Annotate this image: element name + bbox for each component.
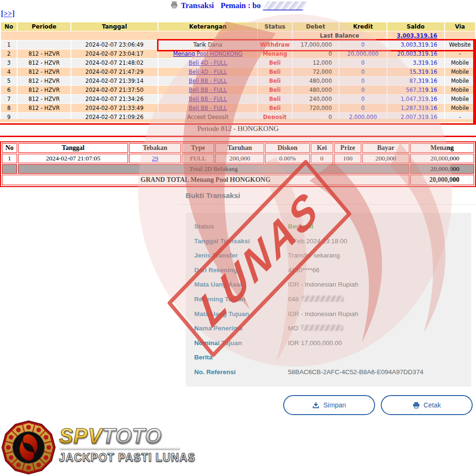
bets-grand-total-row: GRAND TOTAL Menang Pool HONGKONG 20,000,… <box>2 175 474 185</box>
keterangan-link[interactable]: Beli BB - FULL <box>189 105 227 111</box>
cell-via: Mobile <box>445 68 475 76</box>
print-button[interactable]: Cetak <box>381 395 473 415</box>
cell-periode: 812 - HZVR <box>18 77 70 85</box>
bcol-type: Type <box>182 143 214 153</box>
receipt-field-value: IDR 17,000,000.00 <box>288 339 342 347</box>
download-icon <box>312 402 319 409</box>
redacted-value <box>302 296 344 302</box>
receipt-field-row: Nama PenerimaMO <box>194 325 471 339</box>
receipt-field-row: Nominal TujuanIDR 17,000,000.00 <box>194 339 471 354</box>
cell-via: Mobile <box>445 95 475 103</box>
keterangan-link[interactable]: Menang Pool HONGKONG <box>173 50 243 57</box>
title-pemain: Pemain : bo <box>220 1 260 10</box>
cell-keterangan: Beli BB - FULL <box>159 77 257 85</box>
col-keterangan: Keterangan <box>159 22 257 31</box>
cell-tanggal: 2024-02-07 21:39:14 <box>71 77 158 85</box>
bets-total-row: Total 2D Belakang 20,000,000 <box>2 164 474 174</box>
redacted-username <box>263 1 307 10</box>
cell-periode: 812 - HZVR <box>18 104 70 112</box>
receipt-field-value: 58BAC6CB-2AFC-4C52-B8A6-E094A97DD374 <box>288 368 423 376</box>
cell-keterangan: Beli BB - FULL <box>159 95 257 103</box>
col-periode: Periode <box>18 22 70 31</box>
bet-cell-tanggal: 2024-02-07 21:07:05 <box>18 154 129 163</box>
page-title: Transaksi Pemain : bo <box>170 1 305 10</box>
cell-debet: 72,000 <box>293 68 339 76</box>
cell-no: 7 <box>1 95 17 103</box>
cell-saldo: 15,319.16 <box>387 68 444 76</box>
cell-tanggal: 2024-02-07 21:34:26 <box>71 95 158 103</box>
keterangan-link[interactable]: Beli 4D - FULL <box>188 60 227 66</box>
transaction-row: 5812 - HZVR2024-02-07 21:39:14Beli BB - … <box>1 77 475 85</box>
grand-total-label: GRAND TOTAL Menang Pool HONGKONG <box>2 175 409 185</box>
receipt-field-row: StatusBerhasil <box>194 223 471 238</box>
col-kredit: Kredit <box>339 22 387 31</box>
cell-periode: 812 - HZVR <box>18 86 70 94</box>
cell-status: Beli <box>258 59 291 67</box>
site-logo: SPVTOTO JACKPOT PASTI LUNAS <box>0 419 186 476</box>
cell-keterangan: Beli 4D - FULL <box>159 59 257 67</box>
cell-no: 1 <box>1 40 17 49</box>
transactions-header-row: No Periode Tanggal Keterangan Status Deb… <box>1 22 475 31</box>
cell-saldo: 1,047,319.16 <box>387 95 444 103</box>
cell-status: Beli <box>258 86 291 94</box>
brand-name: SPVTOTO <box>59 426 186 446</box>
cell-kredit: 0 <box>339 95 387 103</box>
col-debet: Debet <box>293 22 339 31</box>
bcol-diskon: Diskon <box>265 143 309 153</box>
receipt-field-label: Status <box>194 223 288 230</box>
bets-table-wrapper: No Tanggal Tebakan Type Taruhan Diskon K… <box>0 141 476 187</box>
bcol-prize: Prize <box>334 143 361 153</box>
transactions-table: No Periode Tanggal Keterangan Status Deb… <box>0 22 476 122</box>
receipt-title: Bukti Transaksi <box>186 191 240 200</box>
receipt-divider <box>178 204 476 205</box>
periode-caption: Periode 812 - HONGKONG <box>0 123 476 137</box>
keterangan-link[interactable]: Beli BB - FULL <box>189 96 227 102</box>
highlight-box <box>157 39 476 51</box>
bet-cell-tebakan: 29 <box>129 154 181 163</box>
receipt-field-value: IDR - Indonesian Rupiah <box>288 281 358 288</box>
receipt-fields: StatusBerhasilTanggal Transaksi7 Feb 202… <box>194 223 471 383</box>
tebakan-link[interactable]: 29 <box>152 155 159 162</box>
receipt-field-label: Nominal Tujuan <box>194 339 288 347</box>
bcol-taruhan: Taruhan <box>215 143 265 153</box>
page: [>>] Transaksi Pemain : bo No Periode Ta… <box>0 0 476 476</box>
cell-periode: 812 - HZVR <box>18 68 70 76</box>
receipt-panel: StatusBerhasilTanggal Transaksi7 Feb 202… <box>186 213 471 387</box>
receipt-field-value: IDR - Indonesian Rupiah <box>288 310 358 317</box>
keterangan-link[interactable]: Beli BB - FULL <box>189 87 227 93</box>
cell-via: Mobile <box>445 59 475 67</box>
pagination-next-link[interactable]: [>>] <box>1 10 15 18</box>
receipt-field-label: Berita <box>194 354 288 361</box>
receipt-field-label: No. Referensi <box>194 368 288 376</box>
cell-periode: 812 - HZVR <box>18 95 70 103</box>
transaction-row: 4812 - HZVR2024-02-07 21:47:29Beli 4D - … <box>1 68 475 76</box>
transaction-row: 6812 - HZVR2024-02-07 21:37:50Beli BB - … <box>1 86 475 94</box>
col-saldo: Saldo <box>387 22 444 31</box>
bcol-menang: Menang <box>410 143 474 153</box>
cell-kredit: 0 <box>339 77 387 85</box>
cell-periode: 812 - HZVR <box>18 50 70 58</box>
bet-cell-type: FULL <box>182 154 214 163</box>
highlight-strip <box>473 40 476 124</box>
bet-cell-prize: 100 <box>334 154 361 163</box>
bets-table-body: 12024-02-07 21:07:0529FULL200,0000.00%01… <box>2 154 474 185</box>
receipt-field-value: Transfer sekarang <box>288 252 340 259</box>
cell-debet: 12,000 <box>293 59 339 67</box>
cell-tanggal: 2024-02-07 21:37:50 <box>71 86 158 94</box>
table-footer-strip <box>0 119 476 122</box>
receipt-field-row: Rekening Tujuan048 <box>194 296 471 310</box>
brand-tagline: JACKPOT PASTI LUNAS <box>59 451 186 464</box>
bcol-bayar: Bayar <box>362 143 409 153</box>
receipt-field-label: Mata Uang Tujuan <box>194 310 288 317</box>
bcol-kei: Kei <box>311 143 333 153</box>
cell-status: Beli <box>258 95 291 103</box>
bet-cell-no: 1 <box>2 154 17 163</box>
cell-no: 5 <box>1 77 17 85</box>
keterangan-link[interactable]: Beli 4D - FULL <box>188 69 227 75</box>
bets-table: No Tanggal Tebakan Type Taruhan Diskon K… <box>1 142 475 186</box>
cell-saldo: 3,319.16 <box>387 59 444 67</box>
keterangan-link[interactable]: Beli BB - FULL <box>189 78 227 84</box>
save-button[interactable]: Simpan <box>283 395 375 415</box>
cell-no: 8 <box>1 104 17 112</box>
cell-tanggal: 2024-02-07 21:47:29 <box>71 68 158 76</box>
